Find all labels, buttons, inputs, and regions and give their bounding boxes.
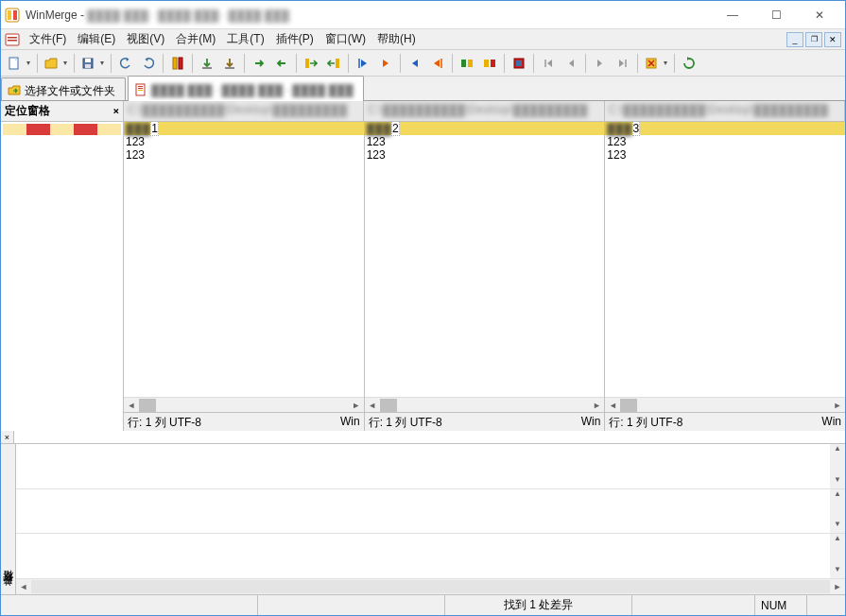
menu-bar: 文件(F) 编辑(E) 视图(V) 合并(M) 工具(T) 插件(P) 窗口(W… [1, 29, 845, 50]
status-diff-count: 找到 1 处差异 [445, 595, 632, 615]
menu-merge[interactable]: 合并(M) [170, 29, 221, 49]
title-bar: WinMerge - ▓▓▓▓ ▓▓▓ · ▓▓▓▓ ▓▓▓ · ▓▓▓▓ ▓▓… [1, 1, 845, 29]
merge-down1-button[interactable] [197, 53, 217, 74]
last-diff-button[interactable] [427, 53, 448, 74]
next-diff-button[interactable] [405, 53, 425, 74]
nav-last-button[interactable] [613, 53, 633, 74]
pane-1-editor[interactable]: ▓▓▓1 123 123 [124, 122, 364, 397]
svg-rect-26 [138, 90, 143, 91]
svg-rect-14 [305, 59, 309, 68]
copy-left-button[interactable] [271, 53, 292, 74]
toolbar-separator [37, 54, 38, 73]
prev-diff-button[interactable] [375, 53, 396, 74]
svg-rect-25 [138, 88, 143, 89]
window-maximize-button[interactable]: ☐ [754, 1, 798, 29]
window-minimize-button[interactable]: — [711, 1, 754, 29]
nav-first-button[interactable] [538, 53, 559, 74]
file-header-row: C:\▓▓▓▓▓▓▓▓▓▓\Desktop\▓▓▓▓▓▓▓▓▓ C:\▓▓▓▓▓… [124, 101, 845, 122]
nav-next-button[interactable] [590, 53, 611, 74]
menu-view[interactable]: 视图(V) [121, 29, 170, 49]
toolbar-separator [585, 54, 586, 73]
mdi-system-icon[interactable] [5, 32, 20, 47]
folder-arrow-icon [8, 84, 21, 97]
app-icon [5, 8, 20, 23]
location-pane-close-button[interactable]: × [112, 105, 119, 117]
diff-pane-close-button[interactable]: × [1, 431, 14, 443]
menu-window[interactable]: 窗口(W) [319, 29, 371, 49]
open-button[interactable] [42, 53, 70, 74]
diff-detail-row-3[interactable]: ▲▼ [16, 534, 845, 579]
pane-3-status: 行: 1 列 UTF-8Win [605, 412, 845, 431]
toolbar-separator [637, 54, 638, 73]
all-left-button[interactable] [323, 53, 344, 74]
merge-down2-button[interactable] [219, 53, 240, 74]
menu-plugins[interactable]: 插件(P) [270, 29, 319, 49]
toolbar [1, 50, 845, 77]
pane-2-editor[interactable]: ▓▓▓2 123 123 [365, 122, 605, 397]
options-button[interactable] [642, 53, 670, 74]
undo-button[interactable] [115, 53, 136, 74]
location-pane: 定位窗格 × [1, 101, 124, 431]
nav-prev-button[interactable] [561, 53, 581, 74]
refresh-button[interactable] [679, 53, 699, 74]
diff-vertical-button[interactable] [167, 53, 188, 74]
new-button[interactable] [5, 53, 33, 74]
toolbar-separator [348, 54, 349, 73]
tab-label: 选择文件或文件夹 [25, 83, 115, 99]
toolbar-separator [533, 54, 534, 73]
window-close-button[interactable]: ✕ [798, 1, 841, 29]
svg-rect-17 [468, 60, 473, 67]
pane-2-status: 行: 1 列 UTF-8Win [365, 412, 605, 431]
file-header-2[interactable]: C:\▓▓▓▓▓▓▓▓▓▓\Desktop\▓▓▓▓▓▓▓▓▓ [364, 101, 604, 121]
next-conflict-button[interactable] [479, 53, 500, 74]
tab-bar: 选择文件或文件夹 ▓▓▓▓ ▓▓▓ · ▓▓▓▓ ▓▓▓ · ▓▓▓▓ ▓▓▓ [1, 77, 845, 101]
diff-detail-row-1[interactable]: ▲▼ [16, 444, 845, 489]
mdi-minimize-button[interactable]: _ [786, 32, 803, 47]
diff-detail-hscroll[interactable]: ◄► [16, 579, 845, 594]
toolbar-separator [674, 54, 675, 73]
pane-1-hscroll[interactable]: ◄► [124, 397, 364, 412]
tab-label: ▓▓▓▓ ▓▓▓ · ▓▓▓▓ ▓▓▓ · ▓▓▓▓ ▓▓▓ [151, 83, 354, 96]
svg-rect-8 [85, 59, 91, 62]
file-header-3[interactable]: C:\▓▓▓▓▓▓▓▓▓▓\Desktop\▓▓▓▓▓▓▓▓▓ [605, 101, 845, 121]
pane-1: ▓▓▓1 123 123 ◄► 行: 1 列 UTF-8Win [124, 122, 365, 431]
menu-file[interactable]: 文件(F) [24, 29, 72, 49]
svg-rect-18 [484, 60, 489, 67]
location-map-row [3, 124, 121, 135]
toolbar-separator [74, 54, 75, 73]
pane-2: ▓▓▓2 123 123 ◄► 行: 1 列 UTF-8Win [365, 122, 606, 431]
menu-tools[interactable]: 工具(T) [221, 29, 269, 49]
svg-rect-10 [173, 58, 177, 69]
first-diff-button[interactable] [353, 53, 373, 74]
pane-1-status: 行: 1 列 UTF-8Win [124, 412, 364, 431]
location-pane-header: 定位窗格 × [1, 101, 123, 122]
menu-edit[interactable]: 编辑(E) [72, 29, 121, 49]
toolbar-separator [111, 54, 112, 73]
diff-detail-row-2[interactable]: ▲▼ [16, 489, 845, 535]
save-button[interactable] [78, 53, 107, 74]
svg-rect-11 [179, 58, 182, 69]
toolbar-separator [452, 54, 453, 73]
pane-2-hscroll[interactable]: ◄► [365, 397, 605, 412]
svg-rect-16 [461, 60, 466, 67]
tab-active-compare[interactable]: ▓▓▓▓ ▓▓▓ · ▓▓▓▓ ▓▓▓ · ▓▓▓▓ ▓▓▓ [128, 76, 364, 100]
all-right-button[interactable] [301, 53, 321, 74]
file-header-1[interactable]: C:\▓▓▓▓▓▓▓▓▓▓\Desktop\▓▓▓▓▓▓▓▓▓ [124, 101, 364, 121]
redo-button[interactable] [138, 53, 159, 74]
toolbar-separator [244, 54, 245, 73]
menu-help[interactable]: 帮助(H) [371, 29, 422, 49]
copy-right-button[interactable] [249, 53, 269, 74]
pane-3-editor[interactable]: ▓▓▓3 123 123 [605, 122, 845, 397]
document-diff-icon [134, 83, 147, 96]
mdi-restore-button[interactable]: ❐ [805, 32, 822, 47]
pane-row: ▓▓▓1 123 123 ◄► 行: 1 列 UTF-8Win ▓▓▓2 123… [124, 122, 845, 431]
location-map[interactable] [1, 122, 123, 431]
horizontal-splitter[interactable]: × [1, 431, 845, 444]
jump-diff-button[interactable] [509, 53, 529, 74]
upper-split: 定位窗格 × C:\▓▓▓▓▓▓▓▓▓▓\Desktop\▓▓▓▓▓▓▓▓▓ C… [1, 101, 845, 431]
prev-conflict-button[interactable] [457, 53, 477, 74]
svg-rect-12 [202, 67, 212, 69]
pane-3-hscroll[interactable]: ◄► [605, 397, 845, 412]
tab-select-files[interactable]: 选择文件或文件夹 [1, 77, 126, 100]
mdi-close-button[interactable]: ✕ [824, 32, 841, 47]
